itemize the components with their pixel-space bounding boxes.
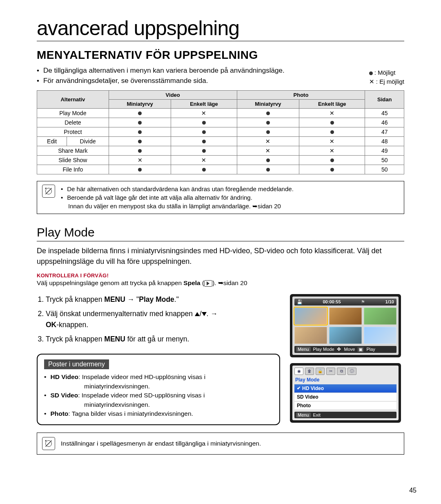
table-cell: 47 xyxy=(365,127,404,136)
legend: : Möjligt ✕ : Ej möjligt xyxy=(369,68,404,86)
th-video: Video xyxy=(109,90,237,99)
plus-icon: ▣ xyxy=(357,347,364,352)
table-cell: ✕ xyxy=(299,136,365,146)
table-cell xyxy=(109,165,171,174)
table-cell: ✕ xyxy=(299,146,365,155)
bottombar-play: Play xyxy=(366,347,375,352)
table-row: File Info50 xyxy=(37,165,404,174)
menu-tab-icon: ✂ xyxy=(326,368,335,375)
legend-not-possible: : Ej möjligt xyxy=(376,78,404,85)
th-alternativ: Alternativ xyxy=(37,90,109,108)
table-cell: Edit xyxy=(37,136,67,146)
menu-tab-icon: ⧉ xyxy=(337,368,346,375)
note1-tail: Innan du väljer en menypost ska du ställ… xyxy=(68,202,294,210)
thumbnail xyxy=(364,308,396,325)
table-cell xyxy=(299,165,365,174)
table-row: EditDivide✕✕48 xyxy=(37,136,404,146)
section-heading: MENYALTERNATIV FÖR UPPSPELNING xyxy=(37,49,404,62)
menu-item: Photo xyxy=(294,401,396,410)
page-number: 45 xyxy=(409,487,416,494)
table-row: Slide Show✕✕50 xyxy=(37,155,404,165)
table-cell: Delete xyxy=(37,118,109,127)
table-row: Play Mode✕✕45 xyxy=(37,108,404,118)
note-icon xyxy=(42,437,55,450)
triangle-down-icon xyxy=(202,312,207,316)
table-cell xyxy=(171,165,237,174)
steps-list: Tryck på knappen MENU → "Play Mode." Väl… xyxy=(37,294,280,345)
thumbnail xyxy=(294,308,327,325)
table-cell: 45 xyxy=(365,108,404,118)
table-cell: Divide xyxy=(67,136,109,146)
elapsed-time: 00:00:55 xyxy=(323,299,341,304)
note1-line2: Beroende på valt läge går det inte att v… xyxy=(67,193,252,202)
dot-icon xyxy=(369,71,373,75)
submenu-box: Poster i undermeny HD Video: Inspelade v… xyxy=(37,354,280,425)
kontrollera-body: Välj uppspelningsläge genom att trycka p… xyxy=(37,279,404,287)
menu-tab-icon: ◉ xyxy=(294,368,303,375)
menu-tab-icon: ⓘ xyxy=(347,368,356,375)
table-cell xyxy=(237,118,299,127)
menu-item-selected: HD Video xyxy=(294,384,396,393)
step-3: Tryck på knappen MENU för att gå ur meny… xyxy=(46,334,280,345)
intro-bullet-2: För användningsdetaljer, se överensstämm… xyxy=(43,76,208,86)
menu-footer-exit: Exit xyxy=(313,413,321,417)
th-photo: Photo xyxy=(237,90,365,99)
table-cell: ✕ xyxy=(237,146,299,155)
footer-note-box: Inställningar i spellägesmenyn är endast… xyxy=(37,433,404,455)
lcd-screenshot-menu: ◉ 🗑 🔒 ✂ ⧉ ⓘ Play Mode HD Video SD Video … xyxy=(290,363,401,423)
table-cell: 46 xyxy=(365,118,404,127)
table-cell xyxy=(109,127,171,136)
note1-line1: De här alternativen och standardvärdena … xyxy=(67,185,294,193)
table-cell xyxy=(171,136,237,146)
intro-bullets: De tillgängliga alternativen i menyn kan… xyxy=(37,66,369,86)
submenu-item: SD Video: Inspelade videor med SD-upplös… xyxy=(44,391,273,400)
thumbnail xyxy=(294,327,327,344)
table-cell xyxy=(109,108,171,118)
table-row: Protect47 xyxy=(37,127,404,136)
table-cell xyxy=(237,108,299,118)
table-cell: Share Mark xyxy=(37,146,109,155)
table-cell: 49 xyxy=(365,146,404,155)
table-cell xyxy=(109,146,171,155)
table-cell xyxy=(299,127,365,136)
table-cell: 50 xyxy=(365,155,404,165)
submenu-item: HD Video: Inspelade videor med HD-upplös… xyxy=(44,372,273,381)
table-row: Share Mark✕✕49 xyxy=(37,146,404,155)
submenu-item-cont: miniatyrindexvisningen. xyxy=(84,382,273,391)
step-2: Välj önskat undermenyalternativ med knap… xyxy=(46,308,280,330)
menu-title: Play Mode xyxy=(294,376,396,384)
table-cell: ✕ xyxy=(171,108,237,118)
fourway-icon xyxy=(337,347,342,352)
options-table: Alternativ Video Photo Sidan Miniatyrvy … xyxy=(37,90,404,174)
table-cell xyxy=(237,155,299,165)
table-cell xyxy=(237,127,299,136)
table-cell xyxy=(171,146,237,155)
table-cell: ✕ xyxy=(299,108,365,118)
flag-icon: ⚑ xyxy=(361,299,365,305)
th-photo-mini: Miniatyrvy xyxy=(237,99,299,108)
table-cell: Protect xyxy=(37,127,109,136)
table-cell: ✕ xyxy=(109,155,171,165)
table-cell: ✕ xyxy=(171,155,237,165)
th-photo-enkelt: Enkelt läge xyxy=(299,99,365,108)
playmode-heading: Play Mode xyxy=(37,225,404,241)
table-cell: 50 xyxy=(365,165,404,174)
table-cell xyxy=(171,118,237,127)
table-cell xyxy=(109,118,171,127)
note-box-1: De här alternativen och standardvärdena … xyxy=(37,181,404,214)
menu-footer-menu: Menu xyxy=(296,413,311,417)
table-cell xyxy=(299,155,365,165)
playmode-body: De inspelade bilderna finns i miniatyrvi… xyxy=(37,245,404,267)
play-button-icon xyxy=(204,280,212,287)
triangle-up-icon xyxy=(195,312,200,316)
table-cell: ✕ xyxy=(237,136,299,146)
counter: 1/10 xyxy=(385,299,394,304)
th-sidan: Sidan xyxy=(365,90,404,108)
kontrollera-heading: KONTROLLERA I FÖRVÄG! xyxy=(37,272,404,279)
thumbnail xyxy=(329,308,362,325)
table-cell: Play Mode xyxy=(37,108,109,118)
table-cell xyxy=(171,127,237,136)
submenu-title: Poster i undermeny xyxy=(44,359,109,369)
lcd-screenshot-thumbnails: 💾 00:00:55 ⚑ 1/10 Menu xyxy=(290,294,401,357)
table-cell xyxy=(237,165,299,174)
